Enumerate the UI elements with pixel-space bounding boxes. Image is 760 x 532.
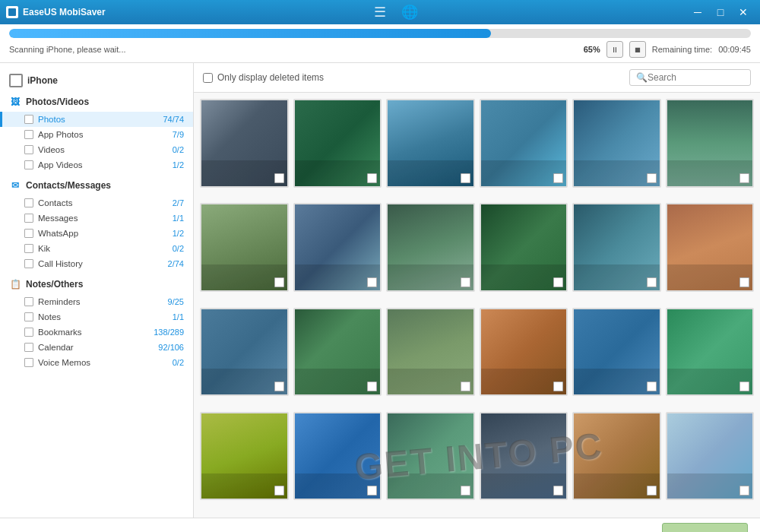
hamburger-icon[interactable]: ☰ xyxy=(374,4,386,21)
photo-select-checkbox[interactable] xyxy=(739,173,749,183)
photo-item[interactable] xyxy=(293,412,382,501)
bookmarks-checkbox[interactable] xyxy=(24,328,33,337)
calendar-checkbox[interactable] xyxy=(24,343,33,352)
search-input[interactable] xyxy=(648,72,739,83)
contacts-label: Contacts xyxy=(38,198,168,207)
photo-select-checkbox[interactable] xyxy=(553,382,563,391)
photo-item[interactable] xyxy=(386,308,475,397)
progress-bar-container xyxy=(9,29,751,38)
photo-item[interactable] xyxy=(386,412,475,501)
voice-memos-checkbox[interactable] xyxy=(24,358,33,367)
photo-item[interactable] xyxy=(666,308,755,397)
photo-item[interactable] xyxy=(572,99,661,188)
kik-checkbox[interactable] xyxy=(24,244,33,253)
whatsapp-checkbox[interactable] xyxy=(24,229,33,238)
sidebar-item-photos[interactable]: Photos 74/74 xyxy=(0,112,193,127)
photo-item[interactable] xyxy=(386,99,475,188)
photo-select-checkbox[interactable] xyxy=(367,382,377,391)
sidebar-item-videos[interactable]: Videos 0/2 xyxy=(0,142,193,157)
photo-item[interactable] xyxy=(666,203,755,292)
app-videos-checkbox[interactable] xyxy=(24,160,33,169)
photo-select-checkbox[interactable] xyxy=(647,486,657,496)
search-icon: 🔍 xyxy=(636,72,648,83)
photo-item[interactable] xyxy=(480,308,568,397)
sidebar-item-whatsapp[interactable]: WhatsApp 1/2 xyxy=(0,226,193,241)
photo-item[interactable] xyxy=(572,412,661,501)
sidebar-item-contacts[interactable]: Contacts 2/7 xyxy=(0,195,193,211)
photo-item[interactable] xyxy=(293,203,382,292)
photo-select-checkbox[interactable] xyxy=(461,382,470,391)
only-deleted-checkbox[interactable] xyxy=(203,73,213,83)
photo-select-checkbox[interactable] xyxy=(274,277,284,287)
reminders-checkbox[interactable] xyxy=(24,297,33,306)
photo-select-checkbox[interactable] xyxy=(647,277,657,287)
photo-select-checkbox[interactable] xyxy=(367,173,377,183)
sidebar-item-notes[interactable]: Notes 1/1 xyxy=(0,309,193,325)
photos-checkbox[interactable] xyxy=(24,115,33,124)
photo-select-checkbox[interactable] xyxy=(739,277,749,287)
sidebar-section-header-photos[interactable]: 🖼 Photos/Videos xyxy=(0,92,193,112)
photo-select-checkbox[interactable] xyxy=(647,173,657,183)
photo-item[interactable] xyxy=(572,203,661,292)
only-deleted-label: Only display deleted items xyxy=(217,72,324,83)
photo-select-checkbox[interactable] xyxy=(274,382,284,391)
stop-button[interactable]: ⏹ xyxy=(629,41,646,58)
photo-item[interactable] xyxy=(572,308,661,397)
photo-select-checkbox[interactable] xyxy=(739,486,749,496)
sidebar-item-voice-memos[interactable]: Voice Memos 0/2 xyxy=(0,355,193,370)
photo-item[interactable] xyxy=(386,203,475,292)
sidebar-item-bookmarks[interactable]: Bookmarks 138/289 xyxy=(0,325,193,340)
main-layout: iPhone 🖼 Photos/Videos Photos 74/74 App … xyxy=(0,63,760,518)
photo-item[interactable] xyxy=(293,99,382,188)
call-history-checkbox[interactable] xyxy=(24,259,33,268)
contacts-checkbox[interactable] xyxy=(24,198,33,207)
sidebar-section-header-notes[interactable]: 📋 Notes/Others xyxy=(0,274,193,294)
photo-item[interactable] xyxy=(666,412,755,501)
photo-select-checkbox[interactable] xyxy=(367,277,377,287)
photo-select-checkbox[interactable] xyxy=(461,277,470,287)
only-deleted-option: Only display deleted items xyxy=(203,72,324,83)
sidebar-item-app-videos[interactable]: App Videos 1/2 xyxy=(0,157,193,173)
notes-checkbox[interactable] xyxy=(24,312,33,321)
photo-item[interactable] xyxy=(480,99,568,188)
maximize-button[interactable]: □ xyxy=(710,3,731,21)
app-title-area: EaseUS MobiSaver xyxy=(6,6,106,18)
sidebar-item-call-history[interactable]: Call History 2/74 xyxy=(0,256,193,271)
content-area: Only display deleted items 🔍 xyxy=(194,63,760,518)
photo-item[interactable] xyxy=(293,308,382,397)
pause-button[interactable]: ⏸ xyxy=(606,41,623,58)
photo-item[interactable] xyxy=(200,99,289,188)
sidebar-item-calendar[interactable]: Calendar 92/106 xyxy=(0,340,193,355)
photo-select-checkbox[interactable] xyxy=(461,486,470,496)
close-button[interactable]: ✕ xyxy=(733,3,754,21)
search-box: 🔍 xyxy=(629,69,751,86)
photo-select-checkbox[interactable] xyxy=(367,486,377,496)
photo-select-checkbox[interactable] xyxy=(553,173,563,183)
messages-checkbox[interactable] xyxy=(24,214,33,223)
app-photos-checkbox[interactable] xyxy=(24,130,33,139)
photo-select-checkbox[interactable] xyxy=(461,173,470,183)
minimize-button[interactable]: ─ xyxy=(687,3,708,21)
photo-item[interactable] xyxy=(200,203,289,292)
sidebar-item-kik[interactable]: Kik 0/2 xyxy=(0,241,193,256)
photo-item[interactable] xyxy=(480,412,568,501)
globe-icon[interactable]: 🌐 xyxy=(401,4,418,21)
photo-select-checkbox[interactable] xyxy=(553,486,563,496)
photo-select-checkbox[interactable] xyxy=(274,173,284,183)
photo-select-checkbox[interactable] xyxy=(739,382,749,391)
photo-item[interactable] xyxy=(666,99,755,188)
sidebar-section-header-contacts[interactable]: ✉ Contacts/Messages xyxy=(0,176,193,195)
sidebar-item-app-photos[interactable]: App Photos 7/9 xyxy=(0,127,193,142)
photo-item[interactable] xyxy=(200,308,289,397)
progress-percent: 65% xyxy=(584,45,600,54)
photo-item[interactable] xyxy=(480,203,568,292)
videos-checkbox[interactable] xyxy=(24,145,33,154)
photo-item[interactable] xyxy=(200,412,289,501)
sidebar-item-messages[interactable]: Messages 1/1 xyxy=(0,211,193,226)
photo-select-checkbox[interactable] xyxy=(647,382,657,391)
recover-button[interactable]: Recover xyxy=(662,523,748,533)
photo-select-checkbox[interactable] xyxy=(553,277,563,287)
sidebar-item-reminders[interactable]: Reminders 9/25 xyxy=(0,294,193,309)
photo-select-checkbox[interactable] xyxy=(274,486,284,496)
bookmarks-count: 138/289 xyxy=(154,328,184,337)
